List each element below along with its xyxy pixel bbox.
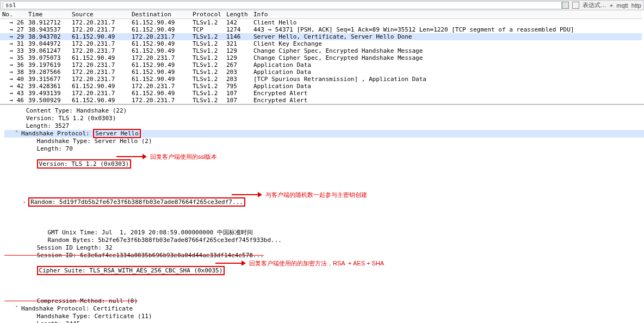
packet-cell: 38.912712 [26,19,70,27]
packet-row[interactable]: → 3539.07507361.152.90.49172.20.231.7TLS… [0,54,642,61]
packet-cell: TLSv1.2 [190,97,224,104]
detail-line: Content Type: Handshake (22) [4,107,644,115]
packet-cell: → 36 [0,61,26,69]
display-filter-bar: ssl 表达式… + mqtt http [0,0,644,10]
fb-box-icon[interactable] [562,2,569,9]
packet-cell: 172.20.231.7 [70,90,129,97]
packet-cell: → 43 [0,90,26,97]
packet-cell: 61.152.90.49 [129,76,190,83]
packet-cell: 61.152.90.49 [129,47,190,54]
packet-cell: 321 [224,40,251,47]
random-box: Random: 5d19f7db5b2fe67e3f6b388fb03e7ade… [28,197,245,207]
packet-cell: 61.152.90.49 [70,33,129,40]
packet-row[interactable]: → 3139.044972172.20.231.761.152.90.49TLS… [0,40,642,47]
col-no[interactable]: No. [0,10,26,19]
packet-cell: TLSv1.2 [190,47,224,54]
packet-cell: 39.075073 [26,54,70,61]
packet-cell: 61.152.90.49 [129,61,190,69]
version-box: Version: TLS 1.2 (0x0303) [37,159,132,169]
packet-cell: 172.20.231.7 [70,40,129,47]
packet-cell: TLSv1.2 [190,54,224,61]
svg-marker-5 [242,260,246,266]
packet-cell: Encrypted Alert [251,97,642,104]
packet-cell: 172.20.231.7 [70,69,129,76]
packet-cell: 1146 [224,33,251,40]
packet-cell: 172.20.231.7 [70,19,129,27]
packet-row[interactable]: → 4639.50092961.152.90.49172.20.231.7TLS… [0,97,642,104]
plus-icon[interactable]: + [610,2,613,9]
packet-cell: 39.044972 [26,40,70,47]
detail-line: Handshake Type: Certificate (11) [4,313,644,320]
random-line[interactable]: ›Random: 5d19f7db5b2fe67e3f6b388fb03e7ad… [4,191,644,229]
packet-cell: 129 [224,47,251,54]
packet-cell: Application Data [251,61,642,69]
packet-cell: → 42 [0,83,26,90]
packet-cell: 39.493139 [26,90,70,97]
packet-cell: Application Data [251,83,642,90]
expression-label[interactable]: 表达式… [583,1,606,9]
packet-cell: Client Hello [251,19,642,27]
display-filter-input[interactable]: ssl [3,1,562,9]
packet-cell: 172.20.231.7 [129,33,190,40]
col-destination[interactable]: Destination [129,10,190,19]
packet-cell: 39.500929 [26,97,70,104]
packet-row[interactable]: → 3339.061247172.20.231.761.152.90.49TLS… [0,47,642,54]
packet-cell: 203 [224,69,251,76]
packet-row[interactable]: → 3639.197619172.20.231.761.152.90.49TLS… [0,61,642,69]
packet-row[interactable]: → 2938.94370261.152.90.49172.20.231.7TLS… [0,33,642,40]
filter-shortcut-mqtt[interactable]: mqtt [616,2,628,9]
col-info[interactable]: Info [251,10,642,19]
packet-row[interactable]: → 4239.42836161.152.90.49172.20.231.7TLS… [0,83,642,90]
packet-cell: 107 [224,97,251,104]
packet-list-table: No. Time Source Destination Protocol Len… [0,10,642,104]
packet-row[interactable]: → 4039.315677172.20.231.761.152.90.49TLS… [0,76,642,83]
packet-cell: → 29 [0,33,26,40]
packet-row[interactable]: → 3839.287566172.20.231.761.152.90.49TLS… [0,69,642,76]
packet-cell: 203 [224,76,251,83]
col-time[interactable]: Time [26,10,70,19]
packet-cell: 172.20.231.7 [129,83,190,90]
packet-cell: TLSv1.2 [190,33,224,40]
handshake-cert-line[interactable]: ˅Handshake Protocol: Certificate [4,305,644,313]
packet-cell: 443 → 54371 [PSH, ACK] Seq=1 Ack=89 Win=… [251,26,642,33]
packet-cell: → 40 [0,76,26,83]
svg-marker-1 [143,154,147,159]
col-source[interactable]: Source [70,10,129,19]
packet-list-header[interactable]: No. Time Source Destination Protocol Len… [0,10,642,19]
packet-row[interactable]: → 4339.493139172.20.231.761.152.90.49TLS… [0,90,642,97]
packet-cell: TLSv1.2 [190,40,224,47]
col-protocol[interactable]: Protocol [190,10,224,19]
packet-cell: 61.152.90.49 [70,54,129,61]
detail-line: GMT Unix Time: Jul 1, 2019 20:08:59.0000… [4,229,644,237]
handshake-protocol-line[interactable]: ˅Handshake Protocol: Server Hello [4,130,644,138]
packet-cell: → 38 [0,69,26,76]
packet-cell: 172.20.231.7 [129,54,190,61]
server-hello-box: Server Hello [93,129,140,138]
detail-line: Random Bytes: 5b2fe67e3f6b388fb03e7ade87… [4,237,644,244]
detail-line: Session ID: 6c3e6af4ce1334a0035b696b93e0… [4,252,644,259]
packet-row[interactable]: → 2738.943537172.20.231.761.152.90.49TCP… [0,26,642,33]
packet-cell: 172.20.231.7 [70,26,129,33]
packet-cell: 795 [224,83,251,90]
packet-cell: 39.428361 [26,83,70,90]
version-line: Version: TLS 1.2 (0x0303) 回复客户端使用的ssl版本 [4,153,644,191]
packet-cell: 61.152.90.49 [70,97,129,104]
fb-box-icon[interactable] [572,2,579,9]
detail-line: Length: 3445 [4,320,644,323]
packet-details-pane: Content Type: Handshake (22) Version: TL… [0,104,644,323]
packet-cell: TCP [190,26,224,33]
packet-cell: 61.152.90.49 [129,90,190,97]
packet-cell: Encrypted Alert [251,90,642,97]
packet-row[interactable]: → 2638.912712172.20.231.761.152.90.49TLS… [0,19,642,27]
col-length[interactable]: Length [224,10,251,19]
packet-cell: → 26 [0,19,26,27]
packet-cell: Application Data [251,69,642,76]
filter-shortcut-http[interactable]: http [631,2,641,9]
packet-cell: Change Cipher Spec, Encrypted Handshake … [251,54,642,61]
packet-cell: 1274 [224,26,251,33]
detail-line: Length: 70 [4,145,644,153]
cipher-box: Cipher Suite: TLS_RSA_WITH_AES_256_CBC_S… [37,266,225,275]
packet-cell: 129 [224,54,251,61]
packet-cell: Client Key Exchange [251,40,642,47]
cipher-line: Cipher Suite: TLS_RSA_WITH_AES_256_CBC_S… [4,259,644,297]
